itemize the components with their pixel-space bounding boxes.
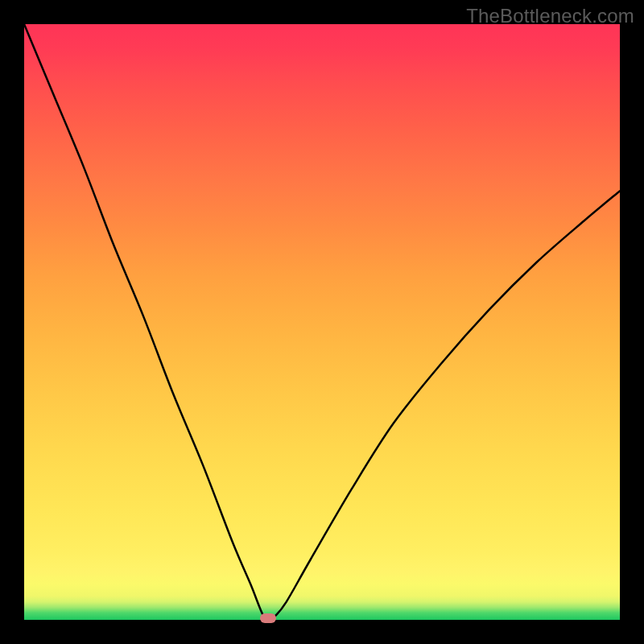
chart-container: TheBottleneck.com — [0, 0, 644, 644]
plot-area — [24, 24, 620, 620]
optimum-marker — [260, 613, 276, 623]
bottleneck-curve — [24, 24, 620, 620]
